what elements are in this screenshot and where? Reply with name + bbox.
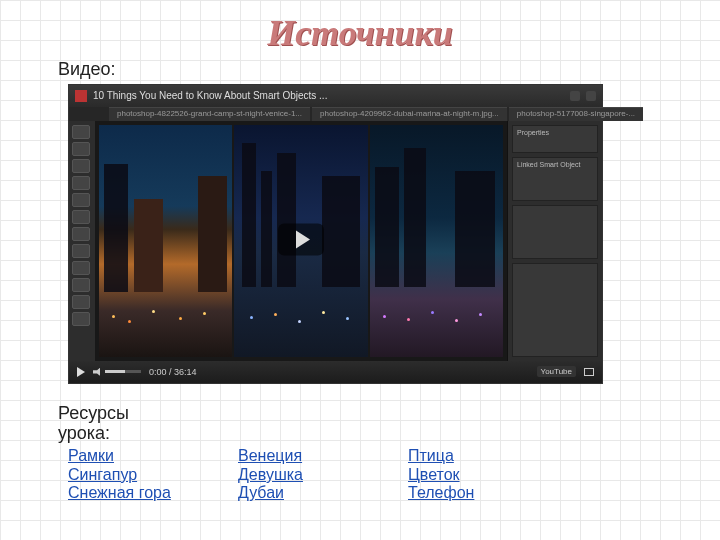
- gear-icon: [586, 91, 596, 101]
- tool-icon: [72, 176, 90, 190]
- doc-tab: photoshop-4822526-grand-camp-st-night-ve…: [109, 107, 310, 121]
- video-controls[interactable]: 0:00 / 36:14 YouTube: [69, 361, 602, 383]
- video-section-label: Видео:: [58, 60, 138, 80]
- doc-tab: photoshop-5177008-singapore-...: [509, 107, 643, 121]
- properties-panel: Properties Linked Smart Object: [507, 121, 602, 361]
- link-dubai[interactable]: Дубаи: [238, 484, 284, 502]
- link-snezhnaya-gora[interactable]: Снежная гора: [68, 484, 171, 502]
- tool-icon: [72, 278, 90, 292]
- link-venecia[interactable]: Венеция: [238, 447, 302, 465]
- panel-block: [512, 205, 598, 259]
- link-ptica[interactable]: Птица: [408, 447, 454, 465]
- play-icon: [296, 230, 310, 248]
- link-devushka[interactable]: Девушка: [238, 466, 303, 484]
- canvas-image-venice: [99, 125, 232, 357]
- tool-icon: [72, 193, 90, 207]
- link-singapur[interactable]: Сингапур: [68, 466, 137, 484]
- tool-icon: [72, 244, 90, 258]
- share-icon: [570, 91, 580, 101]
- photoshop-toolbar: [69, 121, 95, 361]
- doc-tab: photoshop-4209962-dubai-marina-at-night-…: [312, 107, 507, 121]
- page-title: Источники: [58, 12, 662, 54]
- panel-header: Properties: [512, 125, 598, 153]
- canvas-image-singapore: [370, 125, 503, 357]
- layers-panel: [512, 263, 598, 357]
- fullscreen-icon[interactable]: [584, 368, 594, 376]
- link-ramki[interactable]: Рамки: [68, 447, 114, 465]
- app-icon: [75, 90, 87, 102]
- tool-icon: [72, 142, 90, 156]
- resource-links: Рамки Сингапур Снежная гора Венеция Деву…: [68, 447, 662, 502]
- video-player[interactable]: 10 Things You Need to Know About Smart O…: [68, 84, 603, 384]
- play-button[interactable]: [278, 223, 324, 255]
- link-telefon[interactable]: Телефон: [408, 484, 474, 502]
- document-tabs: photoshop-4822526-grand-camp-st-night-ve…: [69, 107, 602, 121]
- tool-icon: [72, 312, 90, 326]
- tool-icon: [72, 210, 90, 224]
- resources-section-label: Ресурсы урока:: [58, 404, 168, 444]
- tool-icon: [72, 125, 90, 139]
- link-cvetok[interactable]: Цветок: [408, 466, 460, 484]
- canvas-area: [95, 121, 507, 361]
- play-icon[interactable]: [77, 367, 85, 377]
- panel-smart-object: Linked Smart Object: [512, 157, 598, 201]
- app-titlebar: 10 Things You Need to Know About Smart O…: [69, 85, 602, 107]
- tool-icon: [72, 159, 90, 173]
- volume-control[interactable]: [93, 368, 141, 376]
- tool-icon: [72, 295, 90, 309]
- tool-icon: [72, 261, 90, 275]
- tool-icon: [72, 227, 90, 241]
- youtube-logo[interactable]: YouTube: [537, 366, 576, 377]
- video-time: 0:00 / 36:14: [149, 367, 197, 377]
- speaker-icon: [93, 368, 103, 376]
- app-title: 10 Things You Need to Know About Smart O…: [93, 90, 327, 101]
